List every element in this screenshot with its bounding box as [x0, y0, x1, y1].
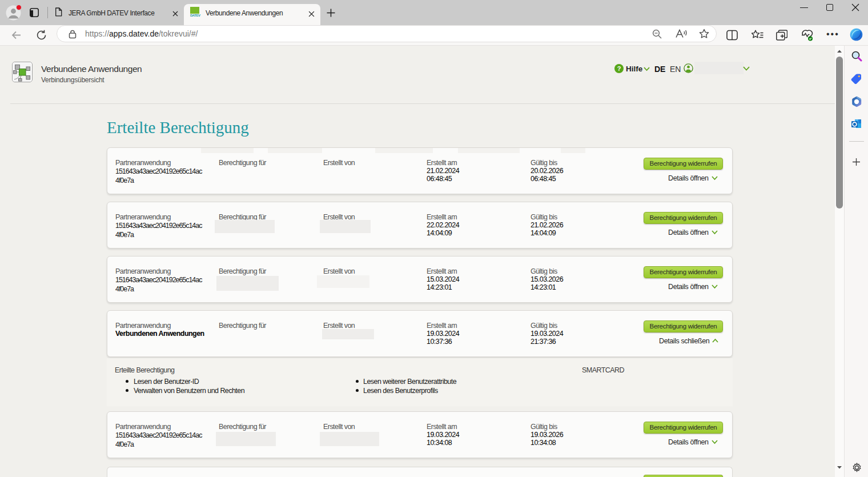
svg-text:?: ?: [617, 65, 621, 72]
